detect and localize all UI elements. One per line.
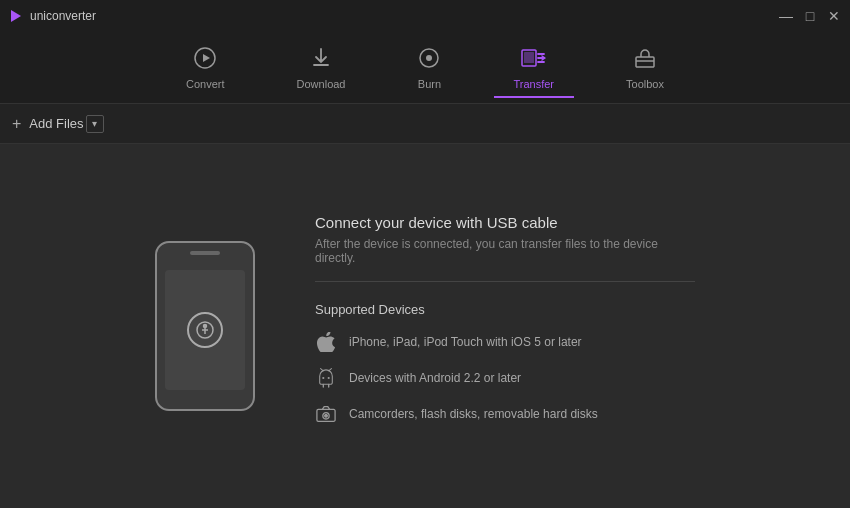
add-files-label: Add Files — [29, 116, 83, 131]
svg-marker-0 — [11, 10, 21, 22]
phone-screen — [165, 270, 245, 390]
nav-label-burn: Burn — [418, 78, 441, 90]
active-indicator — [499, 96, 569, 98]
device-item-android: Devices with Android 2.2 or later — [315, 367, 695, 389]
title-bar-controls: — □ ✕ — [778, 8, 842, 24]
android-device-label: Devices with Android 2.2 or later — [349, 371, 521, 385]
nav-bar: Convert Download Burn T — [0, 32, 850, 104]
svg-point-4 — [426, 55, 432, 61]
toolbar: + Add Files ▾ — [0, 104, 850, 144]
android-icon — [315, 367, 337, 389]
phone-illustration — [155, 241, 255, 411]
usb-icon — [187, 312, 223, 348]
add-files-button[interactable]: + Add Files — [12, 115, 84, 133]
burn-icon — [417, 46, 441, 74]
nav-label-download: Download — [297, 78, 346, 90]
camera-icon — [315, 403, 337, 425]
restore-button[interactable]: □ — [802, 8, 818, 24]
nav-item-download[interactable]: Download — [281, 38, 362, 98]
svg-rect-7 — [636, 57, 654, 67]
minimize-button[interactable]: — — [778, 8, 794, 24]
svg-point-12 — [204, 325, 207, 328]
download-icon — [309, 46, 333, 74]
svg-point-21 — [325, 414, 328, 417]
device-item-camera: Camcorders, flash disks, removable hard … — [315, 403, 695, 425]
info-panel: Connect your device with USB cable After… — [315, 214, 695, 439]
svg-marker-2 — [203, 54, 210, 62]
nav-label-toolbox: Toolbox — [626, 78, 664, 90]
nav-item-convert[interactable]: Convert — [170, 38, 241, 98]
phone-device — [155, 241, 255, 411]
add-files-dropdown-arrow[interactable]: ▾ — [86, 115, 104, 133]
camera-device-label: Camcorders, flash disks, removable hard … — [349, 407, 598, 421]
device-item-apple: iPhone, iPad, iPod Touch with iOS 5 or l… — [315, 331, 695, 353]
nav-item-transfer[interactable]: Transfer — [497, 38, 570, 98]
connect-subtitle: After the device is connected, you can t… — [315, 237, 695, 282]
close-button[interactable]: ✕ — [826, 8, 842, 24]
svg-point-14 — [328, 376, 330, 378]
toolbox-icon — [633, 46, 657, 74]
connect-title: Connect your device with USB cable — [315, 214, 695, 231]
app-name: uniconverter — [30, 9, 96, 23]
add-files-plus-icon: + — [12, 115, 21, 133]
convert-icon — [193, 46, 217, 74]
nav-item-toolbox[interactable]: Toolbox — [610, 38, 680, 98]
apple-device-label: iPhone, iPad, iPod Touch with iOS 5 or l… — [349, 335, 582, 349]
title-bar-left: uniconverter — [8, 8, 96, 24]
transfer-icon — [520, 46, 548, 74]
title-bar: uniconverter — □ ✕ — [0, 0, 850, 32]
svg-line-16 — [329, 368, 332, 370]
apple-icon — [315, 331, 337, 353]
nav-label-convert: Convert — [186, 78, 225, 90]
main-content: Connect your device with USB cable After… — [0, 144, 850, 508]
app-logo-icon — [8, 8, 24, 24]
svg-rect-6 — [524, 52, 534, 63]
svg-line-15 — [321, 368, 324, 370]
supported-devices-title: Supported Devices — [315, 302, 695, 317]
svg-point-13 — [322, 376, 324, 378]
nav-label-transfer: Transfer — [513, 78, 554, 90]
nav-item-burn[interactable]: Burn — [401, 38, 457, 98]
